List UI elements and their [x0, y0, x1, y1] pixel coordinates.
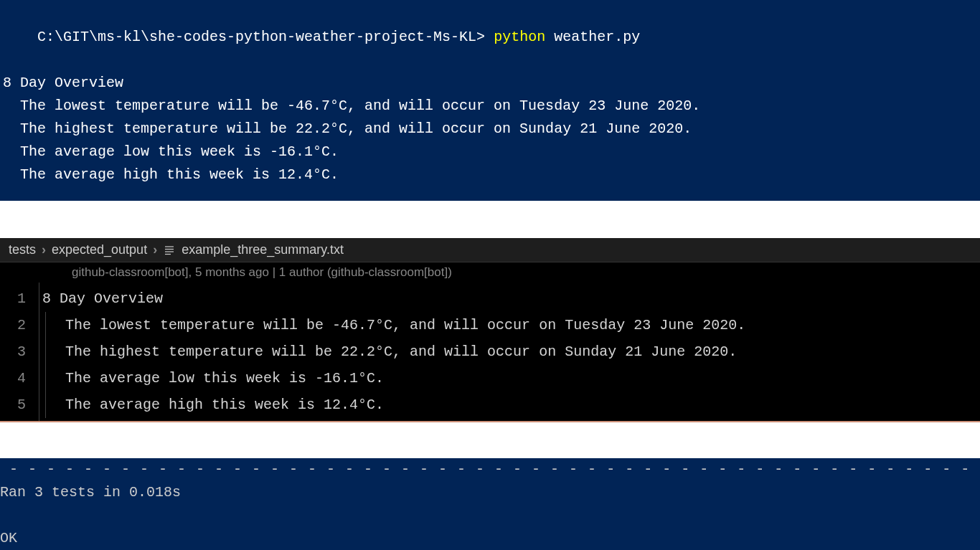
- terminal-output-line: The highest temperature will be 22.2°C, …: [3, 118, 977, 141]
- chevron-right-icon: ›: [42, 242, 46, 257]
- terminal-output-line: The average low this week is -16.1°C.: [3, 141, 977, 163]
- spacer: [0, 422, 980, 458]
- vscode-editor: tests › expected_output › example_three_…: [0, 238, 980, 422]
- code-line: The highest temperature will be 22.2°C, …: [42, 338, 980, 365]
- breadcrumb-part[interactable]: tests: [9, 242, 36, 257]
- chevron-right-icon: ›: [153, 242, 157, 257]
- line-number: 1: [17, 285, 26, 312]
- code-line: The lowest temperature will be -46.7°C, …: [42, 312, 980, 338]
- blank-line: [0, 504, 977, 527]
- prompt-path: C:\GIT\ms-kl\she-codes-python-weather-pr…: [37, 29, 485, 45]
- terminal-prompt-line: C:\GIT\ms-kl\she-codes-python-weather-pr…: [3, 3, 977, 72]
- code-content[interactable]: 8 Day Overview The lowest temperature wi…: [39, 283, 980, 421]
- test-runner-terminal[interactable]: - - - - - - - - - - - - - - - - - - - - …: [0, 458, 980, 550]
- separator-line: - - - - - - - - - - - - - - - - - - - - …: [0, 458, 977, 481]
- line-number-gutter: 1 2 3 4 5: [0, 283, 39, 421]
- git-blame-info: github-classroom[bot], 5 months ago | 1 …: [0, 262, 980, 283]
- text-file-icon: [163, 244, 176, 257]
- spacer: [0, 201, 980, 238]
- breadcrumb-filename[interactable]: example_three_summary.txt: [182, 242, 344, 257]
- code-line: 8 Day Overview: [42, 285, 980, 312]
- line-number: 3: [17, 338, 26, 365]
- test-status-line: OK: [0, 527, 977, 550]
- line-number: 4: [17, 365, 26, 392]
- line-number: 5: [17, 392, 26, 418]
- breadcrumb-part[interactable]: expected_output: [52, 242, 147, 257]
- breadcrumb[interactable]: tests › expected_output › example_three_…: [0, 238, 980, 262]
- line-number: 2: [17, 312, 26, 338]
- powershell-terminal-output[interactable]: C:\GIT\ms-kl\she-codes-python-weather-pr…: [0, 0, 980, 201]
- prompt-arg: weather.py: [554, 29, 640, 45]
- code-line: The average low this week is -16.1°C.: [42, 365, 980, 392]
- terminal-output-line: 8 Day Overview: [3, 72, 977, 95]
- test-summary-line: Ran 3 tests in 0.018s: [0, 481, 977, 504]
- prompt-command: python: [494, 29, 545, 45]
- code-line: The average high this week is 12.4°C.: [42, 392, 980, 418]
- terminal-output-line: The average high this week is 12.4°C.: [3, 163, 977, 186]
- code-area[interactable]: 1 2 3 4 5 8 Day Overview The lowest temp…: [0, 283, 980, 421]
- terminal-output-line: The lowest temperature will be -46.7°C, …: [3, 95, 977, 118]
